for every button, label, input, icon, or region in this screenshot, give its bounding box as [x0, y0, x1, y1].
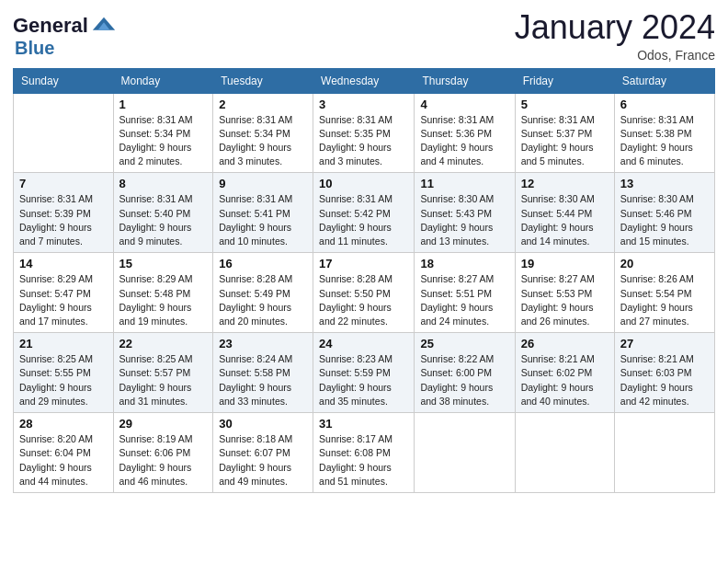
- calendar-cell: 6Sunrise: 8:31 AMSunset: 5:38 PMDaylight…: [614, 93, 714, 173]
- day-detail: Sunrise: 8:23 AMSunset: 5:59 PMDaylight:…: [319, 352, 408, 408]
- calendar-cell: 13Sunrise: 8:30 AMSunset: 5:46 PMDayligh…: [614, 173, 714, 253]
- calendar-cell: [614, 413, 714, 493]
- day-number: 12: [521, 177, 609, 190]
- page: General Blue January 2024 Odos, France S…: [0, 0, 728, 563]
- day-number: 8: [119, 177, 208, 190]
- calendar-cell: 16Sunrise: 8:28 AMSunset: 5:49 PMDayligh…: [213, 253, 313, 333]
- location: Odos, France: [515, 48, 715, 63]
- day-number: 7: [19, 177, 108, 190]
- calendar-cell: 28Sunrise: 8:20 AMSunset: 6:04 PMDayligh…: [14, 413, 114, 493]
- day-number: 5: [521, 98, 609, 111]
- day-number: 23: [219, 337, 307, 350]
- calendar-cell: 17Sunrise: 8:28 AMSunset: 5:50 PMDayligh…: [313, 253, 415, 333]
- calendar-cell: 12Sunrise: 8:30 AMSunset: 5:44 PMDayligh…: [515, 173, 614, 253]
- day-detail: Sunrise: 8:31 AMSunset: 5:36 PMDaylight:…: [420, 113, 508, 169]
- day-detail: Sunrise: 8:29 AMSunset: 5:47 PMDaylight:…: [19, 272, 108, 328]
- day-number: 4: [420, 98, 508, 111]
- day-header-friday: Friday: [515, 68, 614, 93]
- week-row-2: 14Sunrise: 8:29 AMSunset: 5:47 PMDayligh…: [14, 253, 715, 333]
- calendar-cell: 7Sunrise: 8:31 AMSunset: 5:39 PMDaylight…: [14, 173, 114, 253]
- day-header-monday: Monday: [113, 68, 213, 93]
- calendar-cell: 21Sunrise: 8:25 AMSunset: 5:55 PMDayligh…: [14, 333, 114, 413]
- calendar-cell: 8Sunrise: 8:31 AMSunset: 5:40 PMDaylight…: [113, 173, 213, 253]
- day-detail: Sunrise: 8:31 AMSunset: 5:40 PMDaylight:…: [119, 192, 208, 248]
- day-detail: Sunrise: 8:27 AMSunset: 5:53 PMDaylight:…: [521, 272, 609, 328]
- calendar-cell: 1Sunrise: 8:31 AMSunset: 5:34 PMDaylight…: [113, 93, 213, 173]
- calendar-cell: 3Sunrise: 8:31 AMSunset: 5:35 PMDaylight…: [313, 93, 415, 173]
- calendar-cell: 22Sunrise: 8:25 AMSunset: 5:57 PMDayligh…: [113, 333, 213, 413]
- day-number: 30: [219, 417, 307, 431]
- week-row-0: 1Sunrise: 8:31 AMSunset: 5:34 PMDaylight…: [14, 93, 715, 173]
- logo-icon: [91, 13, 117, 39]
- calendar-cell: [14, 93, 114, 173]
- logo-text: General: [13, 16, 88, 36]
- day-detail: Sunrise: 8:31 AMSunset: 5:39 PMDaylight:…: [19, 192, 108, 248]
- day-detail: Sunrise: 8:31 AMSunset: 5:38 PMDaylight:…: [620, 113, 709, 169]
- day-number: 22: [119, 337, 208, 350]
- day-detail: Sunrise: 8:25 AMSunset: 5:57 PMDaylight:…: [119, 352, 208, 408]
- day-header-tuesday: Tuesday: [213, 68, 313, 93]
- calendar-cell: 25Sunrise: 8:22 AMSunset: 6:00 PMDayligh…: [415, 333, 515, 413]
- calendar-header-row: SundayMondayTuesdayWednesdayThursdayFrid…: [14, 68, 715, 93]
- logo-text-blue: Blue: [15, 38, 54, 58]
- day-number: 20: [620, 257, 709, 270]
- day-detail: Sunrise: 8:17 AMSunset: 6:08 PMDaylight:…: [319, 432, 408, 488]
- calendar-cell: 23Sunrise: 8:24 AMSunset: 5:58 PMDayligh…: [213, 333, 313, 413]
- day-number: 19: [521, 257, 609, 270]
- day-number: 3: [319, 98, 408, 111]
- day-number: 21: [19, 337, 108, 350]
- day-header-sunday: Sunday: [14, 68, 114, 93]
- day-detail: Sunrise: 8:21 AMSunset: 6:03 PMDaylight:…: [620, 352, 709, 408]
- calendar-cell: 19Sunrise: 8:27 AMSunset: 5:53 PMDayligh…: [515, 253, 614, 333]
- calendar-cell: [515, 413, 614, 493]
- day-number: 1: [119, 98, 208, 111]
- calendar-cell: 26Sunrise: 8:21 AMSunset: 6:02 PMDayligh…: [515, 333, 614, 413]
- day-header-wednesday: Wednesday: [313, 68, 415, 93]
- day-number: 18: [420, 257, 508, 270]
- calendar-cell: 18Sunrise: 8:27 AMSunset: 5:51 PMDayligh…: [415, 253, 515, 333]
- day-detail: Sunrise: 8:31 AMSunset: 5:34 PMDaylight:…: [219, 113, 307, 169]
- calendar-cell: 14Sunrise: 8:29 AMSunset: 5:47 PMDayligh…: [14, 253, 114, 333]
- day-number: 31: [319, 417, 408, 431]
- day-detail: Sunrise: 8:31 AMSunset: 5:35 PMDaylight:…: [319, 113, 408, 169]
- day-number: 27: [620, 337, 709, 350]
- calendar-cell: 5Sunrise: 8:31 AMSunset: 5:37 PMDaylight…: [515, 93, 614, 173]
- calendar-cell: 31Sunrise: 8:17 AMSunset: 6:08 PMDayligh…: [313, 413, 415, 493]
- day-detail: Sunrise: 8:30 AMSunset: 5:46 PMDaylight:…: [620, 192, 709, 248]
- week-row-4: 28Sunrise: 8:20 AMSunset: 6:04 PMDayligh…: [14, 413, 715, 493]
- day-number: 2: [219, 98, 307, 111]
- month-title: January 2024: [515, 9, 715, 46]
- day-detail: Sunrise: 8:24 AMSunset: 5:58 PMDaylight:…: [219, 352, 307, 408]
- title-block: January 2024 Odos, France: [515, 9, 715, 63]
- day-detail: Sunrise: 8:28 AMSunset: 5:50 PMDaylight:…: [319, 272, 408, 328]
- calendar-cell: 9Sunrise: 8:31 AMSunset: 5:41 PMDaylight…: [213, 173, 313, 253]
- day-number: 16: [219, 257, 307, 270]
- calendar-cell: 11Sunrise: 8:30 AMSunset: 5:43 PMDayligh…: [415, 173, 515, 253]
- day-detail: Sunrise: 8:26 AMSunset: 5:54 PMDaylight:…: [620, 272, 709, 328]
- day-detail: Sunrise: 8:28 AMSunset: 5:49 PMDaylight:…: [219, 272, 307, 328]
- calendar-cell: 20Sunrise: 8:26 AMSunset: 5:54 PMDayligh…: [614, 253, 714, 333]
- day-header-saturday: Saturday: [614, 68, 714, 93]
- day-number: 9: [219, 177, 307, 190]
- day-detail: Sunrise: 8:30 AMSunset: 5:44 PMDaylight:…: [521, 192, 609, 248]
- header: General Blue January 2024 Odos, France: [13, 9, 715, 63]
- day-detail: Sunrise: 8:31 AMSunset: 5:37 PMDaylight:…: [521, 113, 609, 169]
- day-detail: Sunrise: 8:18 AMSunset: 6:07 PMDaylight:…: [219, 432, 307, 488]
- week-row-3: 21Sunrise: 8:25 AMSunset: 5:55 PMDayligh…: [14, 333, 715, 413]
- day-detail: Sunrise: 8:20 AMSunset: 6:04 PMDaylight:…: [19, 432, 108, 488]
- calendar-cell: [415, 413, 515, 493]
- day-detail: Sunrise: 8:21 AMSunset: 6:02 PMDaylight:…: [521, 352, 609, 408]
- calendar-cell: 4Sunrise: 8:31 AMSunset: 5:36 PMDaylight…: [415, 93, 515, 173]
- calendar-cell: 24Sunrise: 8:23 AMSunset: 5:59 PMDayligh…: [313, 333, 415, 413]
- day-number: 6: [620, 98, 709, 111]
- day-number: 29: [119, 417, 208, 431]
- calendar-cell: 10Sunrise: 8:31 AMSunset: 5:42 PMDayligh…: [313, 173, 415, 253]
- day-number: 17: [319, 257, 408, 270]
- day-detail: Sunrise: 8:19 AMSunset: 6:06 PMDaylight:…: [119, 432, 208, 488]
- calendar-cell: 27Sunrise: 8:21 AMSunset: 6:03 PMDayligh…: [614, 333, 714, 413]
- week-row-1: 7Sunrise: 8:31 AMSunset: 5:39 PMDaylight…: [14, 173, 715, 253]
- day-number: 15: [119, 257, 208, 270]
- day-detail: Sunrise: 8:30 AMSunset: 5:43 PMDaylight:…: [420, 192, 508, 248]
- day-detail: Sunrise: 8:22 AMSunset: 6:00 PMDaylight:…: [420, 352, 508, 408]
- day-number: 26: [521, 337, 609, 350]
